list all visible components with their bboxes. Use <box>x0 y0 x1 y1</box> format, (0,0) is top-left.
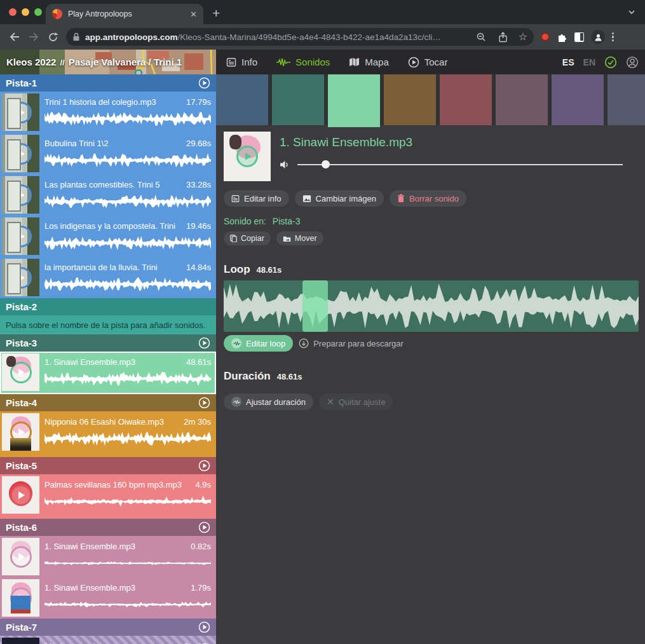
sound-play-icon[interactable] <box>236 146 258 167</box>
browser-menu-icon[interactable] <box>612 32 614 42</box>
delete-sound-button[interactable]: Borrar sonido <box>390 190 466 207</box>
clip-play-icon[interactable] <box>10 587 32 609</box>
clip-item[interactable]: 1. Sinawi Ensemble.mp348.61s <box>0 352 216 394</box>
track-color-swatch-6[interactable] <box>496 74 548 125</box>
track-play-button[interactable] <box>198 397 210 409</box>
clip-play-icon[interactable] <box>10 421 32 443</box>
nav-tab-sonidos[interactable]: Sonidos <box>276 57 330 67</box>
lang-es-button[interactable]: ES <box>562 57 574 67</box>
clip-item[interactable]: Los indigenas y la compostela. Trini19.4… <box>0 216 216 257</box>
extensions-puzzle-icon[interactable] <box>557 32 567 43</box>
clip-item[interactable]: Musica completa2m 15s <box>0 636 216 644</box>
clip-play-icon[interactable] <box>10 362 32 383</box>
nav-tab-info[interactable]: Info <box>226 57 257 67</box>
account-icon[interactable] <box>626 56 639 69</box>
track-header-pista-3[interactable]: Pista-3 <box>0 334 216 352</box>
track-color-swatch-2[interactable] <box>272 74 324 125</box>
track-header-pista-6[interactable]: Pista-6 <box>0 519 216 536</box>
clip-item[interactable]: Trini 1 historia del colegio.mp317.79s <box>0 92 216 133</box>
track-color-swatch-8[interactable] <box>608 74 645 125</box>
clip-item[interactable]: Nipponia 06 Esashi Oiwake.mp32m 30s <box>0 411 216 457</box>
track-play-button[interactable] <box>198 337 210 349</box>
reload-button[interactable] <box>43 32 62 43</box>
edit-loop-button[interactable]: Editar loop <box>224 335 293 352</box>
copy-button[interactable]: Copiar <box>224 231 271 245</box>
clip-item[interactable]: Palmas sevillanas 160 bpm mp3.mp34.9s <box>0 474 216 519</box>
loop-waveform[interactable] <box>224 280 639 332</box>
track-header-pista-1[interactable]: Pista-1 <box>0 74 216 92</box>
sound-in-track-link[interactable]: Pista-3 <box>273 216 301 226</box>
side-panel-icon[interactable] <box>574 32 584 42</box>
nav-tab-mapa[interactable]: Mapa <box>349 57 389 67</box>
clip-play-icon[interactable] <box>10 143 32 165</box>
nav-tab-tocar[interactable]: Tocar <box>408 57 448 68</box>
breadcrumb[interactable]: Kleos 2022//Pasaje Valvanera / Trini 1 <box>0 57 182 67</box>
url-bar[interactable]: app.antropoloops.com/Kleos-Santa-Marina/… <box>66 28 534 46</box>
clip-play-icon[interactable] <box>10 226 32 247</box>
track-color-swatch-4[interactable] <box>384 74 436 125</box>
breadcrumb-project[interactable]: Kleos 2022 <box>6 57 56 67</box>
adjust-duration-label: Ajustar duración <box>246 397 306 407</box>
macos-traffic-lights[interactable] <box>9 8 42 16</box>
check-circle-icon[interactable] <box>604 56 617 69</box>
track-header-pista-2[interactable]: Pista-2 <box>0 298 216 315</box>
clip-play-icon[interactable] <box>10 267 32 289</box>
clip-thumbnail <box>2 638 39 644</box>
track-play-button[interactable] <box>198 521 210 533</box>
breadcrumb-path[interactable]: Pasaje Valvanera / Trini 1 <box>69 57 182 67</box>
move-button[interactable]: Mover <box>276 231 323 245</box>
maximize-window-button[interactable] <box>34 8 42 16</box>
loop-playhead-band[interactable] <box>302 280 328 332</box>
tab-close-icon[interactable]: ✕ <box>190 10 197 19</box>
track-color-swatch-7[interactable] <box>552 74 604 125</box>
track-play-button[interactable] <box>198 621 210 633</box>
minimize-window-button[interactable] <box>22 8 29 16</box>
copy-label: Copiar <box>241 234 264 243</box>
close-window-button[interactable] <box>9 8 17 16</box>
sound-thumbnail[interactable] <box>224 132 271 181</box>
share-icon[interactable] <box>498 32 508 43</box>
back-button[interactable] <box>5 32 24 42</box>
track-color-swatch-1[interactable] <box>216 74 268 125</box>
bookmark-star-icon[interactable]: ☆ <box>519 32 527 42</box>
change-image-button[interactable]: Cambiar imágen <box>295 190 384 207</box>
browser-tab[interactable]: Play Antropoloops ✕ <box>46 4 203 24</box>
clip-item[interactable]: la importancia de la lluvia. Trini14.84s <box>0 257 216 298</box>
remove-adjust-button[interactable]: ✕ Quitar ajuste <box>319 394 393 410</box>
clip-item[interactable]: 1. Sinawi Ensemble.mp31.79s <box>0 577 216 619</box>
track-empty-hint: Pulsa sobre el nombre de la pista para a… <box>0 315 216 334</box>
track-color-swatch-5[interactable] <box>440 74 492 125</box>
zoom-indicator-icon[interactable] <box>476 32 486 42</box>
forward-button[interactable] <box>24 32 43 42</box>
tab-search-chevron-icon[interactable] <box>627 8 636 17</box>
favicon-icon <box>52 9 62 19</box>
nav-label: Info <box>241 57 257 67</box>
clip-item[interactable]: 1. Sinawi Ensemble.mp30.82s <box>0 536 216 577</box>
track-header-pista-5[interactable]: Pista-5 <box>0 457 216 474</box>
breadcrumb-map[interactable]: Kleos 2022//Pasaje Valvanera / Trini 1 <box>0 50 216 74</box>
volume-slider-knob[interactable] <box>322 160 330 168</box>
new-tab-button[interactable]: + <box>212 6 220 20</box>
clip-name: Los indigenas y la compostela. Trini <box>44 221 181 231</box>
recording-extension-icon[interactable] <box>541 32 550 41</box>
adjust-duration-button[interactable]: Ajustar duración <box>224 394 313 410</box>
track-color-swatch-3[interactable] <box>328 74 380 127</box>
prepare-download-button[interactable]: Preparar para descargar <box>299 335 411 352</box>
nav-label: Mapa <box>365 57 389 67</box>
clip-play-icon[interactable] <box>10 102 32 123</box>
waveform-icon <box>276 58 290 67</box>
clip-play-icon[interactable] <box>10 546 32 568</box>
volume-slider-track[interactable] <box>297 164 623 165</box>
clip-play-icon[interactable] <box>10 184 32 206</box>
track-play-button[interactable] <box>198 77 210 89</box>
clip-item[interactable]: Las plantas comestibles. Trini 533.28s <box>0 174 216 216</box>
clip-play-icon[interactable] <box>10 484 32 506</box>
track-header-pista-4[interactable]: Pista-4 <box>0 394 216 411</box>
lang-en-button[interactable]: EN <box>583 57 595 67</box>
edit-info-button[interactable]: Editar info <box>224 190 289 207</box>
track-header-pista-7[interactable]: Pista-7 <box>0 619 216 636</box>
track-play-button[interactable] <box>198 460 210 472</box>
clip-item[interactable]: Bubulina Trini 1\229.68s <box>0 133 216 174</box>
profile-avatar[interactable] <box>591 30 605 44</box>
delete-sound-label: Borrar sonido <box>409 194 459 203</box>
